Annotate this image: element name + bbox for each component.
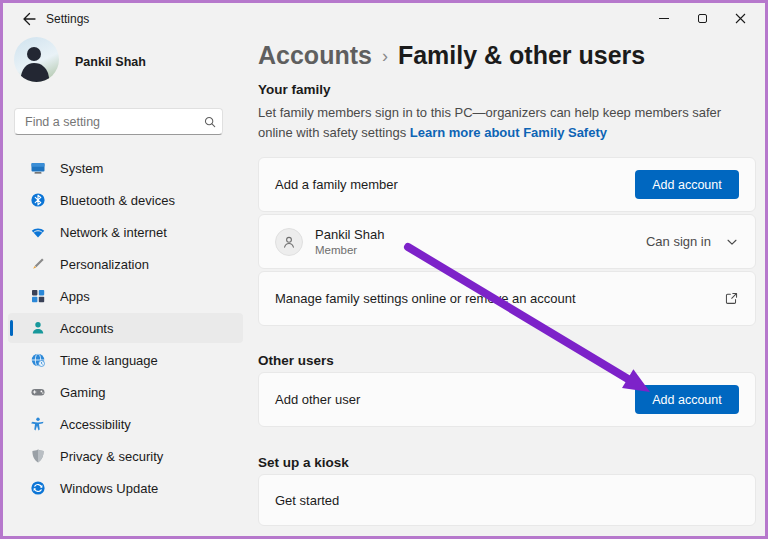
sidebar-item-network-internet[interactable]: Network & internet: [8, 217, 243, 247]
privacy-shield-icon: [30, 448, 46, 464]
back-button[interactable]: [20, 10, 38, 28]
sidebar-item-label: Apps: [60, 289, 90, 304]
external-link-icon: [724, 291, 739, 306]
kiosk-get-started-row[interactable]: Get started: [258, 474, 756, 526]
sidebar-item-gaming[interactable]: Gaming: [8, 377, 243, 407]
back-arrow-icon: [20, 10, 38, 28]
manage-family-settings-row[interactable]: Manage family settings online or remove …: [258, 271, 756, 326]
sidebar-item-accounts[interactable]: Accounts: [8, 313, 243, 343]
main-content: Accounts › Family & other users Your fam…: [258, 3, 756, 536]
sidebar-item-privacy-security[interactable]: Privacy & security: [8, 441, 243, 471]
sidebar-item-label: Time & language: [60, 353, 158, 368]
breadcrumb-accounts[interactable]: Accounts: [258, 41, 372, 70]
add-other-user-row[interactable]: Add other user Add account: [258, 372, 756, 427]
sidebar-item-time-language[interactable]: Time & language: [8, 345, 243, 375]
breadcrumb-separator-icon: ›: [382, 44, 388, 67]
user-photo: [14, 37, 59, 82]
search-box[interactable]: [14, 108, 223, 135]
family-member-row[interactable]: Pankil Shah Member Can sign in: [258, 214, 756, 269]
sidebar-item-label: Accounts: [60, 321, 113, 336]
page-title: Family & other users: [398, 41, 645, 70]
breadcrumb: Accounts › Family & other users: [258, 41, 645, 70]
globe-clock-icon: [30, 352, 46, 368]
bluetooth-icon: [30, 192, 46, 208]
sidebar-nav: System Bluetooth & devices Network & int…: [8, 153, 243, 505]
your-family-heading: Your family: [258, 82, 331, 97]
apps-grid-icon: [30, 288, 46, 304]
add-family-member-label: Add a family member: [275, 177, 398, 192]
accessibility-person-icon: [30, 416, 46, 432]
sidebar-item-windows-update[interactable]: Windows Update: [8, 473, 243, 503]
sidebar-item-system[interactable]: System: [8, 153, 243, 183]
member-name: Pankil Shah: [315, 227, 384, 242]
sidebar-item-bluetooth-devices[interactable]: Bluetooth & devices: [8, 185, 243, 215]
sidebar-item-accessibility[interactable]: Accessibility: [8, 409, 243, 439]
sidebar-item-label: Personalization: [60, 257, 149, 272]
paintbrush-icon: [30, 256, 46, 272]
system-icon: [30, 160, 46, 176]
member-avatar: [275, 228, 303, 256]
family-safety-link[interactable]: Learn more about Family Safety: [410, 125, 607, 140]
your-family-description: Let family members sign in to this PC—or…: [258, 103, 756, 143]
user-name: Pankil Shah: [75, 55, 146, 69]
add-other-account-button[interactable]: Add account: [635, 385, 739, 414]
accounts-person-icon: [30, 320, 46, 336]
add-family-member-row[interactable]: Add a family member Add account: [258, 157, 756, 212]
kiosk-heading: Set up a kiosk: [258, 455, 349, 470]
add-other-user-label: Add other user: [275, 392, 360, 407]
windows-update-icon: [30, 480, 46, 496]
sidebar-item-label: Privacy & security: [60, 449, 163, 464]
sidebar-item-label: System: [60, 161, 103, 176]
wifi-icon: [30, 224, 46, 240]
gamepad-icon: [30, 384, 46, 400]
sidebar-item-label: Windows Update: [60, 481, 158, 496]
search-icon: [198, 115, 222, 129]
sidebar-item-personalization[interactable]: Personalization: [8, 249, 243, 279]
person-outline-icon: [281, 234, 297, 250]
search-input[interactable]: [15, 115, 198, 129]
other-users-heading: Other users: [258, 353, 334, 368]
add-family-account-button[interactable]: Add account: [635, 170, 739, 199]
chevron-down-icon[interactable]: [725, 235, 739, 249]
member-role: Member: [315, 244, 384, 256]
sidebar-item-label: Gaming: [60, 385, 106, 400]
member-status: Can sign in: [646, 234, 711, 249]
sidebar-item-label: Network & internet: [60, 225, 167, 240]
user-avatar[interactable]: [14, 37, 59, 82]
sidebar-item-label: Accessibility: [60, 417, 131, 432]
sidebar-item-apps[interactable]: Apps: [8, 281, 243, 311]
settings-window: Settings Pankil Shah System Bluetooth &: [0, 0, 768, 539]
window-title: Settings: [46, 12, 89, 26]
sidebar-item-label: Bluetooth & devices: [60, 193, 175, 208]
manage-family-settings-label: Manage family settings online or remove …: [275, 291, 576, 306]
kiosk-get-started-label: Get started: [275, 493, 339, 508]
